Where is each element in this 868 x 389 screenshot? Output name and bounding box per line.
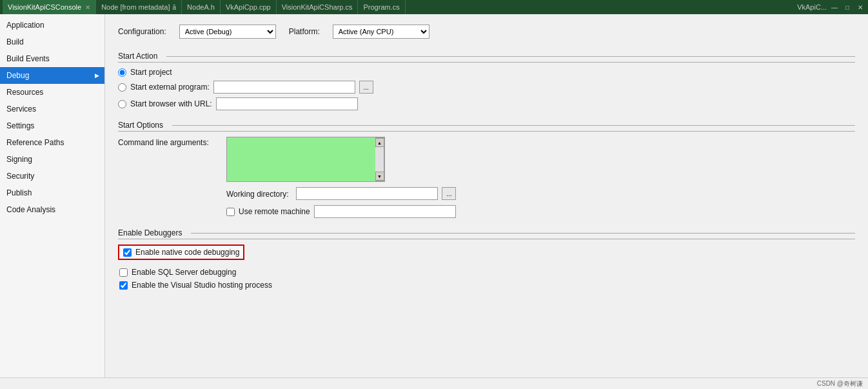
start-options-group: Start Options Command line arguments: ▲ … — [118, 121, 855, 218]
platform-select[interactable]: Active (Any CPU) — [333, 25, 429, 39]
sidebar-item-label: Services — [6, 105, 36, 114]
tab-label: NodeA.h — [187, 3, 215, 11]
enable-vs-hosting-row: Enable the Visual Studio hosting process — [119, 281, 855, 290]
radio-start-browser-input[interactable] — [118, 100, 126, 108]
minimize-button[interactable]: — — [829, 2, 840, 12]
browse-working-dir-button[interactable]: ... — [442, 187, 456, 200]
content-area: Configuration: Active (Debug) Platform: … — [105, 14, 868, 377]
dirty-indicator: ā — [173, 4, 177, 11]
sidebar-item-resources[interactable]: Resources — [0, 84, 104, 101]
configuration-label: Configuration: — [118, 27, 166, 36]
close-icon[interactable]: ✕ — [85, 4, 90, 11]
enable-sql-debug-row: Enable SQL Server debugging — [119, 268, 855, 277]
radio-start-external-input[interactable] — [118, 83, 126, 92]
start-options-title: Start Options — [118, 121, 855, 132]
sidebar-item-signing[interactable]: Signing — [0, 151, 104, 168]
sidebar-item-build[interactable]: Build — [0, 34, 104, 50]
radio-start-project: Start project — [118, 68, 855, 77]
tab-programcs[interactable]: Program.cs — [358, 0, 405, 14]
platform-label: Platform: — [289, 27, 320, 36]
sidebar-item-label: Signing — [6, 155, 32, 164]
sidebar-item-label: Publish — [6, 188, 32, 197]
tab-label: VkApiCpp.cpp — [226, 3, 271, 11]
tab-visionkitapicsharp[interactable]: VisionKitApiCSharp.cs — [277, 0, 359, 14]
sidebar-item-debug[interactable]: Debug — [0, 67, 104, 84]
sidebar-item-label: Reference Paths — [6, 138, 64, 147]
start-action-group: Start Action Start project Start externa… — [118, 52, 855, 110]
enable-sql-debug-label: Enable SQL Server debugging — [132, 268, 236, 277]
sidebar-item-code-analysis[interactable]: Code Analysis — [0, 201, 104, 218]
radio-start-project-input[interactable] — [118, 68, 126, 77]
tab-label: Program.cs — [363, 3, 399, 11]
tab-visionkitapicsconsole[interactable]: VisionKitApiCSConsole ✕ — [3, 0, 96, 14]
start-browser-input[interactable] — [216, 97, 358, 110]
configuration-select[interactable]: Active (Debug) — [179, 25, 276, 39]
radio-start-browser-label: Start browser with URL: — [130, 99, 212, 108]
working-dir-label: Working directory: — [226, 188, 288, 199]
working-dir-input[interactable] — [296, 187, 438, 200]
sidebar-item-publish[interactable]: Publish — [0, 185, 104, 201]
use-remote-machine-row: Use remote machine — [226, 205, 855, 218]
sidebar-item-label: Build — [6, 37, 24, 46]
radio-start-external: Start external program: ... — [118, 81, 855, 94]
title-bar: VisionKitApiCSConsole ✕ Node [from metad… — [0, 0, 868, 14]
main-container: Application Build Build Events Debug Res… — [0, 14, 868, 377]
sidebar-item-label: Debug — [6, 71, 29, 80]
restore-button[interactable]: □ — [842, 2, 853, 12]
enable-vs-hosting-label: Enable the Visual Studio hosting process — [132, 281, 272, 290]
sidebar-item-label: Security — [6, 172, 34, 181]
sidebar-item-reference-paths[interactable]: Reference Paths — [0, 134, 104, 151]
radio-start-browser: Start browser with URL: — [118, 97, 855, 110]
tab-vkapicpp[interactable]: VkApiCpp.cpp — [221, 0, 277, 14]
close-button[interactable]: ✕ — [855, 2, 865, 12]
sidebar-item-settings[interactable]: Settings — [0, 117, 104, 134]
tab-label: Node [from metadata] — [101, 3, 170, 11]
browse-external-button[interactable]: ... — [359, 81, 373, 94]
scrollbar-area: ▲ ▼ — [375, 137, 384, 181]
radio-start-project-label: Start project — [130, 68, 172, 77]
tab-node-metadata[interactable]: Node [from metadata] ā — [96, 0, 182, 14]
sidebar-item-label: Settings — [6, 121, 34, 130]
native-debug-row-wrapper: Enable native code debugging — [118, 244, 855, 264]
sidebar-item-label: Resources — [6, 88, 43, 97]
tab-label: VisionKitApiCSharp.cs — [282, 3, 353, 11]
sidebar-item-label: Application — [6, 21, 44, 30]
right-tab-label: VkApiC... — [797, 3, 827, 11]
command-line-label: Command line arguments: — [118, 137, 221, 147]
command-line-textarea[interactable] — [227, 137, 375, 181]
sidebar-item-application[interactable]: Application — [0, 17, 104, 34]
title-bar-right: VkApiC... — □ ✕ — [797, 2, 865, 12]
sidebar: Application Build Build Events Debug Res… — [0, 14, 105, 377]
scroll-down-button[interactable]: ▼ — [375, 172, 384, 181]
scroll-up-button[interactable]: ▲ — [375, 138, 384, 147]
config-row: Configuration: Active (Debug) Platform: … — [118, 25, 855, 39]
enable-native-debug-checkbox[interactable] — [123, 248, 132, 257]
enable-native-debug-row: Enable native code debugging — [118, 244, 244, 260]
use-remote-machine-label: Use remote machine — [239, 207, 310, 216]
sidebar-item-label: Code Analysis — [6, 205, 55, 214]
status-bar: CSDN @奇树谦 — [0, 377, 868, 389]
sidebar-item-services[interactable]: Services — [0, 101, 104, 117]
enable-sql-debug-checkbox[interactable] — [119, 268, 128, 277]
status-text: CSDN @奇树谦 — [817, 379, 863, 388]
enable-native-debug-label: Enable native code debugging — [135, 248, 239, 257]
working-dir-row: Working directory: ... — [226, 187, 855, 200]
sidebar-item-build-events[interactable]: Build Events — [0, 50, 104, 67]
tab-label: VisionKitApiCSConsole — [8, 3, 81, 11]
tab-nodea-h[interactable]: NodeA.h — [182, 0, 221, 14]
enable-debuggers-group: Enable Debuggers Enable native code debu… — [118, 228, 855, 290]
remote-machine-input[interactable] — [314, 205, 456, 218]
command-line-row: Command line arguments: ▲ ▼ — [118, 137, 855, 182]
start-action-title: Start Action — [118, 52, 855, 63]
sidebar-item-label: Build Events — [6, 54, 50, 63]
title-tabs: VisionKitApiCSConsole ✕ Node [from metad… — [3, 0, 797, 14]
enable-vs-hosting-checkbox[interactable] — [119, 281, 128, 290]
radio-start-external-label: Start external program: — [130, 83, 210, 92]
use-remote-machine-checkbox[interactable] — [226, 208, 235, 216]
start-external-input[interactable] — [213, 81, 355, 94]
sidebar-item-security[interactable]: Security — [0, 168, 104, 185]
enable-debuggers-title: Enable Debuggers — [118, 228, 855, 239]
